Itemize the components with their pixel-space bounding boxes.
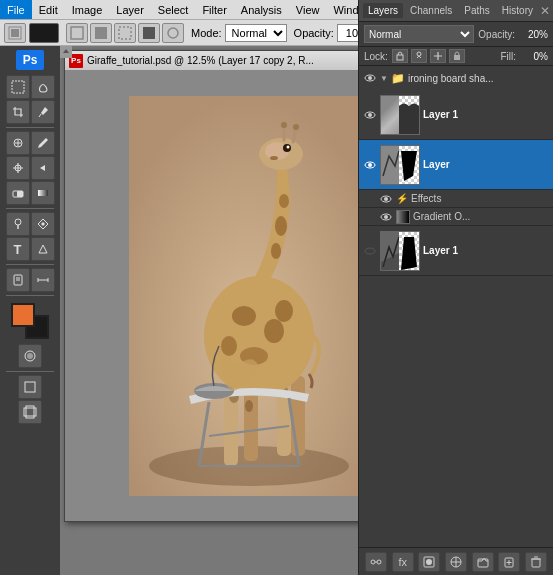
opacity-value[interactable]: 20% <box>518 29 548 40</box>
menu-analysis[interactable]: Analysis <box>234 0 289 19</box>
svg-point-71 <box>384 197 388 201</box>
svg-point-74 <box>365 248 375 254</box>
svg-point-69 <box>368 163 372 167</box>
tool-measure[interactable] <box>31 268 55 292</box>
toolbar-shape1[interactable] <box>66 23 88 43</box>
new-group-btn[interactable] <box>472 552 494 572</box>
gradient-item[interactable]: Gradient O... <box>359 208 553 226</box>
svg-point-25 <box>27 353 33 359</box>
svg-point-73 <box>384 215 388 219</box>
eye-group[interactable] <box>363 71 377 85</box>
svg-point-45 <box>271 243 281 259</box>
toolbar-shape2[interactable] <box>90 23 112 43</box>
tool-lasso[interactable] <box>31 75 55 99</box>
lock-image[interactable] <box>411 49 427 63</box>
svg-rect-14 <box>17 191 23 197</box>
tool-divider1 <box>6 127 54 128</box>
toolbar-shape5[interactable] <box>162 23 184 43</box>
tool-brush[interactable] <box>31 131 55 155</box>
tool-heal[interactable] <box>6 131 30 155</box>
tool-screen-mode2[interactable] <box>18 400 42 424</box>
tool-marquee[interactable] <box>6 75 30 99</box>
lock-all[interactable] <box>449 49 465 63</box>
add-style-btn[interactable]: fx <box>392 552 414 572</box>
tool-divider4 <box>6 295 54 296</box>
tool-history[interactable] <box>31 156 55 180</box>
svg-point-16 <box>15 219 21 225</box>
svg-point-42 <box>221 336 237 356</box>
menu-image[interactable]: Image <box>65 0 110 19</box>
layer-item-bottom[interactable]: Layer 1 <box>359 226 553 276</box>
svg-point-50 <box>287 146 290 149</box>
eye-layer-selected[interactable] <box>363 158 377 172</box>
eye-layer1[interactable] <box>363 108 377 122</box>
group-expand[interactable]: ▼ <box>380 74 388 83</box>
new-layer-btn[interactable] <box>498 552 520 572</box>
tool-eraser[interactable] <box>6 181 30 205</box>
toolbar-shape4[interactable] <box>138 23 160 43</box>
link-layers-btn[interactable] <box>365 552 387 572</box>
layer-bottom-name: Layer 1 <box>423 245 549 256</box>
mode-select[interactable]: Normal <box>225 24 287 42</box>
tool-text[interactable]: T <box>6 237 30 261</box>
svg-rect-1 <box>11 29 19 37</box>
menu-select[interactable]: Select <box>151 0 196 19</box>
tool-notes[interactable] <box>6 268 30 292</box>
svg-point-67 <box>368 113 372 117</box>
tool-pen[interactable] <box>31 212 55 236</box>
eye-gradient[interactable] <box>379 210 393 224</box>
tool-clone[interactable] <box>6 156 30 180</box>
add-mask-btn[interactable] <box>418 552 440 572</box>
eye-effects[interactable] <box>379 192 393 206</box>
layer-selected-name: Layer <box>423 159 549 170</box>
opacity-label: Opacity: <box>478 29 515 40</box>
lock-position[interactable] <box>430 49 446 63</box>
fg-color[interactable] <box>11 303 35 327</box>
effects-item[interactable]: ⚡ Effects <box>359 190 553 208</box>
quick-mask[interactable] <box>18 344 42 368</box>
svg-rect-26 <box>25 382 35 392</box>
svg-rect-4 <box>119 27 131 39</box>
blend-mode-row: Normal Multiply Screen Opacity: 20% <box>359 22 553 47</box>
lock-transparent[interactable] <box>392 49 408 63</box>
tab-paths[interactable]: Paths <box>459 3 495 18</box>
menu-file[interactable]: File <box>0 0 32 19</box>
svg-rect-2 <box>71 27 83 39</box>
lock-label: Lock: <box>364 51 388 62</box>
blend-mode-select[interactable]: Normal Multiply Screen <box>364 25 474 43</box>
tool-screen-mode1[interactable] <box>18 375 42 399</box>
menu-filter[interactable]: Filter <box>195 0 233 19</box>
menu-view[interactable]: View <box>289 0 327 19</box>
svg-rect-63 <box>454 55 460 60</box>
color-swatches <box>11 303 49 339</box>
tool-eyedropper[interactable] <box>31 100 55 124</box>
svg-point-36 <box>245 400 253 412</box>
fill-label: Fill: <box>500 51 516 62</box>
lock-row: Lock: Fill: 0% <box>359 47 553 66</box>
tab-channels[interactable]: Channels <box>405 3 457 18</box>
layer-group[interactable]: ▼ 📁 ironing board sha... <box>359 66 553 90</box>
tab-history[interactable]: History <box>497 3 538 18</box>
menu-layer[interactable]: Layer <box>109 0 151 19</box>
ps-logo: Ps <box>16 50 44 70</box>
panel-close[interactable]: ✕ <box>540 4 550 18</box>
toolbar-shape3[interactable] <box>114 23 136 43</box>
layer-item-1[interactable]: Layer 1 <box>359 90 553 140</box>
tool-gradient[interactable] <box>31 181 55 205</box>
layers-tabs: Layers Channels Paths History ✕ <box>359 0 553 22</box>
tool-crop[interactable] <box>6 100 30 124</box>
layers-list: ▼ 📁 ironing board sha... <box>359 66 553 547</box>
layer-item-selected[interactable]: Layer <box>359 140 553 190</box>
opacity-row: Opacity: 20% <box>478 29 548 40</box>
adjustment-btn[interactable] <box>445 552 467 572</box>
gradient-icon <box>396 210 410 224</box>
tab-layers[interactable]: Layers <box>363 3 403 18</box>
doc-title: Giraffe_tutorial.psd @ 12.5% (Layer 17 c… <box>87 55 379 66</box>
effects-label: ⚡ <box>396 193 408 204</box>
toolbar-tool1[interactable] <box>4 23 26 43</box>
delete-layer-btn[interactable] <box>525 552 547 572</box>
tool-dodge[interactable] <box>6 212 30 236</box>
tool-shape[interactable] <box>31 237 55 261</box>
fill-value[interactable]: 0% <box>520 51 548 62</box>
menu-edit[interactable]: Edit <box>32 0 65 19</box>
